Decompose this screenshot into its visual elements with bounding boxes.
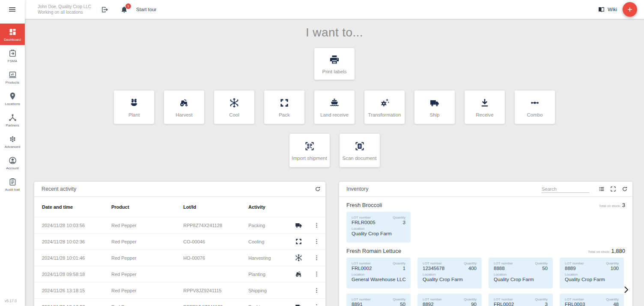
action-card-label: Ship <box>429 112 439 117</box>
pack-icon <box>295 237 303 246</box>
action-card-import-shipment[interactable]: Import shipment <box>289 134 330 167</box>
action-card-scan-document[interactable]: Scan document <box>340 134 380 167</box>
kebab-menu-icon[interactable] <box>313 222 320 229</box>
sidebar-item-label: Locations <box>5 102 20 106</box>
sidebar-item-audit-trail[interactable]: Audit trail <box>0 174 25 195</box>
lot-number-value: 8891 <box>352 302 371 306</box>
refresh-icon[interactable] <box>314 186 321 192</box>
action-card-label: Combo <box>527 112 543 117</box>
activity-row[interactable]: 2024/11/26 13:17:27 Red Pepper RPPEMVIZ2… <box>34 298 325 306</box>
action-card-label: Scan document <box>343 156 377 161</box>
land-receive-icon <box>329 97 340 108</box>
notifications-button[interactable]: 1 <box>120 6 128 14</box>
inventory-title: Inventory <box>346 186 368 192</box>
quantity-label: Quantity <box>606 261 619 265</box>
activity-lot: CO-00046 <box>183 239 248 244</box>
activity-row[interactable]: 2024/11/28 09:58:18 Red Pepper Planting <box>34 266 325 282</box>
lot-card[interactable]: LOT number 8888 Quantity 50 <box>489 258 553 288</box>
lot-number-label: LOT number <box>352 297 371 301</box>
lot-number-value: FRL0002 <box>352 266 372 271</box>
lot-number-value: 8888 <box>494 266 513 271</box>
expand-icon[interactable] <box>610 186 617 192</box>
activity-product: Red Pepper <box>111 223 183 228</box>
sidebar-item-dashboard[interactable]: Dashboard <box>0 24 25 45</box>
app-version: v5.17.0 <box>5 299 17 303</box>
action-card-harvest[interactable]: Harvest <box>164 90 204 124</box>
quantity-value: 50 <box>535 266 548 271</box>
action-card-receive[interactable]: Receive <box>465 90 505 124</box>
action-card-plant[interactable]: Plant <box>114 90 154 124</box>
action-card-ship[interactable]: Ship <box>414 90 455 124</box>
activity-type: Shipping <box>248 288 289 293</box>
kebab-menu-icon[interactable] <box>313 287 320 294</box>
location-value: Quality Crop Farm <box>565 277 619 282</box>
action-card-print-labels[interactable]: Print labels <box>314 48 355 80</box>
sidebar-item-locations[interactable]: Locations <box>0 88 25 109</box>
chevron-right-icon[interactable] <box>621 285 631 295</box>
activity-datetime: 2024/11/28 10:01:46 <box>42 255 111 261</box>
cool-icon <box>229 97 240 108</box>
lot-card[interactable]: LOT number FRL0003 Quantity 48 <box>560 294 624 306</box>
lot-card[interactable]: LOT number 8891 Quantity 50 <box>346 294 411 306</box>
action-card-transformation[interactable]: Transformation <box>364 90 405 124</box>
refresh-icon[interactable] <box>621 186 628 192</box>
sidebar-item-partners[interactable]: Partners <box>0 109 25 131</box>
action-card-combo[interactable]: Combo <box>515 90 555 124</box>
list-view-icon[interactable] <box>598 186 605 192</box>
inventory-panel: Inventory Fre <box>339 182 632 306</box>
sidebar-item-label: Audit trail <box>5 188 20 192</box>
sidebar-item-fsma[interactable]: FSMA <box>0 45 25 66</box>
main-content: I want to... Print labels Plant Harvest <box>25 19 644 306</box>
lot-number-label: LOT number <box>352 261 372 265</box>
action-card-label: Cool <box>229 112 239 117</box>
lot-card[interactable]: LOT number 8892 Quantity 90 <box>417 294 482 306</box>
column-header: Product <box>111 204 183 210</box>
activity-row[interactable]: 2024/11/28 10:03:56 Red Pepper RPP8Z74X2… <box>34 217 325 233</box>
kebab-menu-icon[interactable] <box>313 238 320 245</box>
action-card-land-receive[interactable]: Land receive <box>314 90 355 124</box>
quantity-value: 400 <box>464 266 477 271</box>
app-root: John Doe, Quality Crop LLC Working on al… <box>0 0 644 306</box>
activity-row[interactable]: 2024/11/28 10:01:46 Red Pepper HO-00076 … <box>34 249 325 266</box>
plus-icon <box>626 6 634 13</box>
lot-number-label: LOT number <box>565 261 584 265</box>
topbar: John Doe, Quality Crop LLC Working on al… <box>0 0 644 19</box>
activity-row[interactable]: 2024/11/28 10:02:36 Red Pepper CO-00046 … <box>34 233 325 249</box>
quantity-value: 100 <box>606 266 619 271</box>
add-button[interactable] <box>623 2 637 17</box>
menu-icon[interactable] <box>8 5 17 14</box>
activity-type: Packing <box>248 304 289 306</box>
lot-number-label: LOT number <box>423 297 442 301</box>
exit-icon[interactable] <box>101 6 109 14</box>
search-input[interactable] <box>542 186 590 193</box>
sidebar-item-advanced[interactable]: Advanced <box>0 131 25 152</box>
dashboard-icon <box>8 27 17 36</box>
combo-icon <box>529 97 540 108</box>
quantity-value: 90 <box>464 302 477 306</box>
sidebar-item-products[interactable]: Products <box>0 66 25 88</box>
inventory-group: Fresh Romain Lettuce Total on stock:1,88… <box>346 248 625 306</box>
kebab-menu-icon[interactable] <box>313 254 320 261</box>
quantity-label: Quantity <box>393 297 405 301</box>
sidebar-item-account[interactable]: Account <box>0 152 25 174</box>
action-card-cool[interactable]: Cool <box>214 90 254 124</box>
sidebar-item-label: Products <box>6 81 19 84</box>
kebab-menu-icon[interactable] <box>313 270 320 278</box>
lot-card[interactable]: LOT number 12345678 Quantity 400 <box>417 258 482 288</box>
plant-icon <box>128 97 140 108</box>
lot-number-value: 8892 <box>423 302 442 306</box>
action-card-pack[interactable]: Pack <box>264 90 304 124</box>
pack-icon <box>279 97 290 108</box>
product-group-title: Fresh Broccoli <box>346 202 382 208</box>
activity-row[interactable]: 2024/11/26 13:18:15 Red Pepper RPPV8JZ92… <box>34 282 325 298</box>
wiki-link[interactable]: Wiki <box>598 6 617 13</box>
lot-number-label: LOT number <box>352 216 376 219</box>
lot-card[interactable]: LOT number FRL0002 Quantity 3 <box>489 294 553 306</box>
lot-card[interactable]: LOT number FRLR0005 Quantity 3 <box>346 212 411 243</box>
lot-card[interactable]: LOT number FRL0002 Quantity 1 <box>346 258 411 288</box>
current-user-info: John Doe, Quality Crop LLC Working on al… <box>38 4 91 15</box>
receive-icon <box>479 97 490 108</box>
lot-card[interactable]: LOT number 8889 Quantity 100 <box>560 258 624 288</box>
kebab-menu-icon[interactable] <box>313 303 320 306</box>
start-tour-link[interactable]: Start tour <box>136 7 156 12</box>
